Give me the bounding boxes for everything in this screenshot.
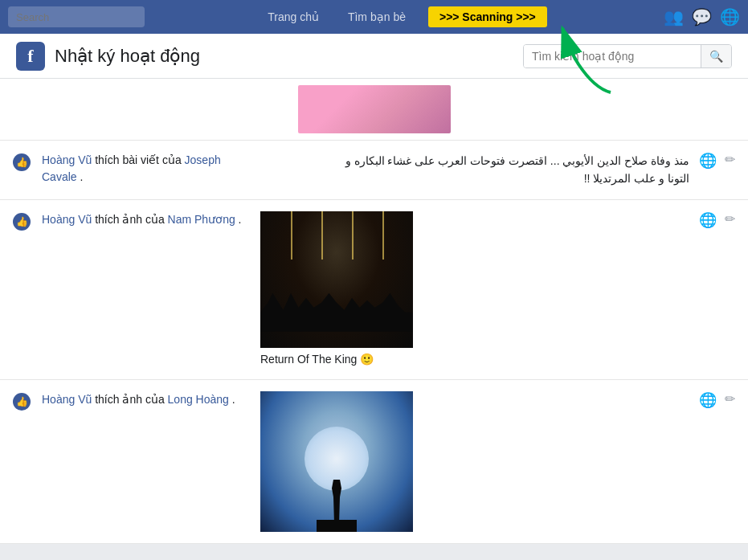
globe-nav-icon[interactable]: 🌐 [720,7,740,27]
ninja-base [317,520,357,532]
activity-text-1: Hoàng Vũ thích bài viết của Joseph Caval… [42,152,251,186]
image-block-2: Return Of The King 🙂 [260,211,689,368]
arabic-text-1: منذ وفاة صلاح الدين الأيوبي ... اقتصرت ف… [260,152,689,188]
activity-text-3: Hoàng Vũ thích ảnh của Long Hoàng . [42,391,251,408]
activity-entry-3: 👍 Hoàng Vũ thích ảnh của Long Hoàng . 🌐 … [0,380,748,544]
nav-search-input[interactable] [8,6,145,27]
action-text-2: thích ảnh của [95,213,167,226]
friends-icon[interactable]: 👥 [664,7,684,27]
scanning-button[interactable]: >>> Scanning >>> [428,6,547,27]
nav-left-section [8,6,145,27]
concert-image[interactable] [260,211,413,348]
activity-text-2: Hoàng Vũ thích ảnh của Nam Phương . [42,211,251,228]
nav-center-section: Trang chủ Tìm bạn bè >>> Scanning >>> [261,6,547,27]
nav-find-friends-link[interactable]: Tìm bạn bè [341,10,412,23]
light-1 [291,211,292,260]
like-icon-wrap-3: 👍 [13,393,32,412]
ninja-moon-image[interactable] [260,391,413,532]
top-navigation: Trang chủ Tìm bạn bè >>> Scanning >>> 👥 … [0,0,748,34]
crowd-silhouette [260,284,413,332]
like-icon-wrap-1: 👍 [13,153,32,173]
edit-icon-3[interactable]: ✏ [725,391,735,407]
messages-icon[interactable]: 💬 [692,7,712,27]
light-3 [352,211,354,260]
page-header: f Nhật ký hoạt động 🔍 [0,34,748,79]
activity-search-button[interactable]: 🔍 [701,45,731,67]
activity-entry-2: 👍 Hoàng Vũ thích ảnh của Nam Phương . Re… [0,200,748,380]
target-link-2[interactable]: Nam Phương [168,213,235,226]
activity-content-3 [260,391,689,532]
privacy-globe-icon-2[interactable]: 🌐 [699,211,717,229]
top-partial-image [298,85,451,133]
activity-entry-1: 👍 Hoàng Vũ thích bài viết của Joseph Cav… [0,141,748,200]
user-link-2[interactable]: Hoàng Vũ [42,213,92,226]
nav-right-section: 👥 💬 🌐 [664,7,740,27]
facebook-logo: f [16,42,45,71]
edit-icon-1[interactable]: ✏ [725,152,735,167]
action-text-1: thích bài viết của [95,153,184,166]
user-link-3[interactable]: Hoàng Vũ [42,393,92,406]
light-2 [321,211,323,260]
like-icon-2: 👍 [13,213,31,231]
activity-actions-1: 🌐 ✏ [699,152,735,170]
nav-home-link[interactable]: Trang chủ [261,10,325,23]
action-text-3: thích ảnh của [95,393,167,406]
edit-icon-2[interactable]: ✏ [725,211,735,227]
top-image-strip [0,79,748,141]
activity-search-input[interactable] [524,45,701,67]
page-title: Nhật ký hoạt động [55,46,200,67]
privacy-globe-icon-1[interactable]: 🌐 [699,152,717,170]
activity-actions-2: 🌐 ✏ [699,211,735,229]
light-4 [382,211,384,260]
user-link-1[interactable]: Hoàng Vũ [42,153,92,166]
like-icon-wrap-2: 👍 [13,213,32,232]
target-link-3[interactable]: Long Hoàng [168,393,229,406]
privacy-globe-icon-3[interactable]: 🌐 [699,391,717,409]
activity-search-area: 🔍 [523,44,732,68]
activity-content-1: منذ وفاة صلاح الدين الأيوبي ... اقتصرت ف… [260,152,689,188]
image-caption-2: Return Of The King 🙂 [260,351,689,368]
like-icon-1: 👍 [13,153,31,171]
activity-actions-3: 🌐 ✏ [699,391,735,409]
activity-content-2: Return Of The King 🙂 [260,211,689,368]
like-icon-3: 👍 [13,393,31,411]
page-title-area: f Nhật ký hoạt động [16,42,200,71]
